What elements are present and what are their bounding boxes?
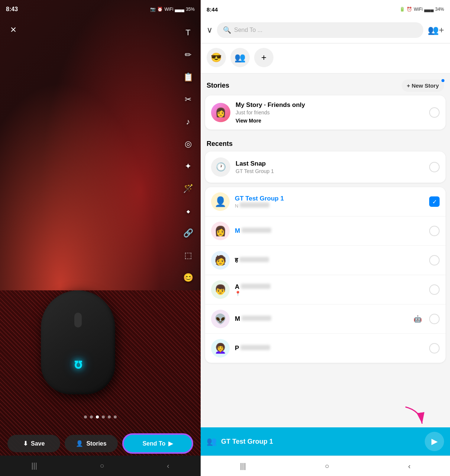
contact-check-gt[interactable]: ✓	[429, 196, 440, 207]
contact-name-m2: M	[235, 315, 408, 323]
new-story-button[interactable]: + New Story	[402, 79, 444, 92]
contact-check-a[interactable]	[429, 284, 440, 295]
emoji-tool[interactable]: 😊	[181, 271, 195, 284]
my-story-card[interactable]: 👩 My Story · Friends only Just for frien…	[205, 95, 446, 130]
contact-name-gt: GT Test Group 1	[235, 195, 424, 202]
battery-left: 35%	[186, 7, 195, 12]
signal-icon: ▄▄▄	[175, 7, 184, 12]
contact-check-m1[interactable]	[429, 226, 440, 236]
search-icon: 🔍	[223, 26, 231, 34]
music-tool[interactable]: ♪	[181, 115, 195, 128]
dot-5	[108, 415, 111, 418]
mouse-image: ʊ	[30, 290, 126, 409]
right-content: Stories + New Story 👩 My Story · Friends…	[201, 74, 450, 427]
dot-4	[102, 415, 105, 418]
sticker-tool[interactable]: 📋	[181, 71, 195, 84]
left-toolbar: T ✏ 📋 ✂ ♪ ◎ ✦ 🪄 ⬥ 🔗 ⬚ 😊	[181, 26, 195, 284]
view-more-label[interactable]: View More	[236, 118, 424, 124]
contact-info-m2: M	[235, 315, 408, 323]
recents-title: Recents	[207, 140, 233, 148]
search-bar: ∨ 🔍 Send To ... 👥+	[201, 19, 450, 43]
eraser-tool[interactable]: ⬥	[181, 204, 195, 218]
magic-tool[interactable]: 🪄	[181, 182, 195, 195]
search-input[interactable]: Send To ...	[234, 27, 262, 33]
contact-item-a[interactable]: 👦 A 📍	[205, 275, 446, 304]
contact-item-m2[interactable]: 👽 M 🤖	[205, 304, 446, 334]
contact-item-p[interactable]: 👩‍🦱 P	[205, 334, 446, 363]
right-battery-icon: 🔋	[399, 7, 405, 12]
right-bottom-bar: 👥 GT Test Group 1 ▶	[201, 427, 450, 456]
quick-contact-add[interactable]: +	[254, 48, 273, 67]
dot-1	[84, 415, 87, 418]
save-button[interactable]: ⬇ Save	[7, 435, 60, 452]
close-button[interactable]: ×	[6, 22, 21, 37]
text-tool[interactable]: T	[181, 26, 195, 39]
quick-contact-friends[interactable]: 👥	[230, 48, 250, 67]
send-group-label: GT Test Group 1	[221, 438, 420, 446]
contact-name-a: A	[235, 283, 424, 291]
send-to-button[interactable]: Send To ▶	[122, 433, 193, 454]
contact-name-m1: M	[235, 227, 424, 235]
contact-info-h: ह	[235, 257, 424, 264]
stories-avatar-icon: 👤	[76, 440, 83, 447]
dot-3	[96, 415, 99, 418]
contact-sub-gt: N	[235, 202, 424, 209]
contact-list: 👤 GT Test Group 1 N ✓ 👩 M 🧑 ह	[205, 187, 446, 363]
contact-avatar-a: 👦	[211, 280, 230, 299]
pencil-tool[interactable]: ✏	[181, 48, 195, 62]
left-panel: ʊ 8:43 📷 ⏰ WiFi ▄▄▄ 35% × T ✏ 📋 ✂ ♪ ◎ ✦ …	[0, 0, 201, 476]
my-story-info: My Story · Friends only Just for friends…	[236, 101, 424, 124]
new-story-notification-dot	[441, 78, 445, 83]
nav-back-icon[interactable]: ‹	[167, 462, 169, 470]
contact-check-m2[interactable]	[429, 314, 440, 324]
contact-item-gt-group[interactable]: 👤 GT Test Group 1 N ✓	[205, 187, 446, 216]
right-nav-back-icon[interactable]: ‹	[408, 462, 411, 470]
camera-icon: 📷	[150, 7, 156, 12]
crop-tool[interactable]: ⬚	[181, 249, 195, 262]
nav-home-icon[interactable]: ○	[100, 462, 104, 470]
contact-name-h: ह	[235, 257, 424, 264]
quick-contacts-row: 😎 👥 +	[201, 43, 450, 74]
contact-check-h[interactable]	[429, 255, 440, 265]
recents-section-header: Recents	[201, 134, 450, 151]
search-input-container[interactable]: 🔍 Send To ...	[217, 22, 423, 38]
send-button[interactable]: ▶	[425, 432, 444, 451]
sparkle-tool[interactable]: ✦	[181, 160, 195, 173]
chevron-down-icon[interactable]: ∨	[207, 25, 213, 35]
right-signal-icon: ▄▄▄	[424, 7, 434, 12]
last-snap-sub: GT Test Group 1	[236, 168, 424, 174]
my-story-check[interactable]	[429, 107, 440, 118]
last-snap-check[interactable]	[429, 162, 440, 172]
scissors-tool[interactable]: ✂	[181, 93, 195, 106]
dot-6	[114, 415, 117, 418]
right-wifi-icon: WiFi	[414, 7, 423, 12]
right-nav-home-icon[interactable]: ○	[325, 462, 329, 470]
lens-tool[interactable]: ◎	[181, 137, 195, 151]
add-friends-icon[interactable]: 👥+	[428, 25, 444, 35]
right-battery-pct: 34%	[435, 7, 444, 12]
stories-title: Stories	[207, 82, 229, 89]
contact-check-p[interactable]	[429, 343, 440, 353]
quick-contact-emoji[interactable]: 😎	[207, 48, 226, 67]
nav-recents-icon[interactable]: |||	[31, 462, 37, 470]
stories-button[interactable]: 👤 Stories	[65, 435, 117, 452]
mouse-logo: ʊ	[74, 356, 82, 372]
contact-item-m1[interactable]: 👩 M	[205, 216, 446, 246]
my-story-sub: Just for friends	[236, 110, 424, 115]
last-snap-info: Last Snap GT Test Group 1	[236, 160, 424, 174]
send-arrow-icon: ▶	[168, 440, 173, 447]
left-status-bar: 8:43 📷 ⏰ WiFi ▄▄▄ 35%	[0, 0, 201, 19]
last-snap-card[interactable]: 🕐 Last Snap GT Test Group 1	[205, 151, 446, 183]
last-snap-name: Last Snap	[236, 160, 424, 167]
contact-info-a: A 📍	[235, 283, 424, 296]
contact-avatar-gt: 👤	[211, 192, 230, 211]
contact-info-p: P	[235, 345, 424, 352]
contact-avatar-h: 🧑	[211, 251, 230, 270]
my-story-avatar: 👩	[211, 103, 230, 122]
left-status-icons: 📷 ⏰ WiFi ▄▄▄ 35%	[150, 7, 195, 12]
contact-item-h[interactable]: 🧑 ह	[205, 246, 446, 275]
left-nav-bar: ||| ○ ‹	[0, 456, 201, 476]
contact-avatar-p: 👩‍🦱	[211, 339, 230, 358]
right-nav-recents-icon[interactable]: |||	[240, 462, 246, 470]
link-tool[interactable]: 🔗	[181, 226, 195, 240]
